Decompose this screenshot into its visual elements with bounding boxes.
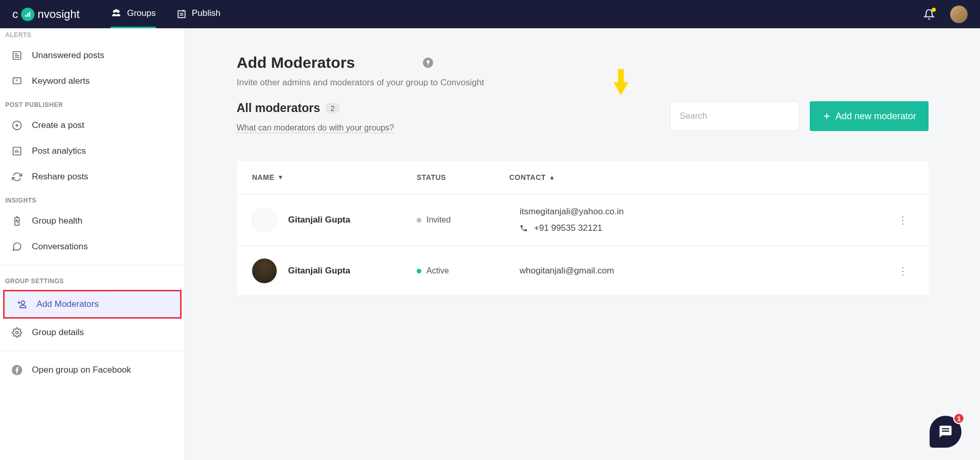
table-row: Gitanjali Gupta Active whogitanjali@gmai… bbox=[237, 246, 929, 296]
annotation-highlight: Add Moderators bbox=[3, 290, 182, 319]
plus-circle-icon bbox=[11, 120, 23, 131]
battery-icon bbox=[11, 215, 23, 227]
svg-rect-2 bbox=[29, 12, 30, 16]
refresh-icon bbox=[11, 171, 23, 182]
svg-rect-1 bbox=[27, 13, 28, 16]
sidebar-item-label: Unanswered posts bbox=[32, 50, 104, 61]
add-button-label: Add new moderator bbox=[835, 111, 916, 122]
section-insights: INSIGHTS bbox=[0, 190, 185, 208]
svg-point-5 bbox=[115, 9, 118, 12]
gear-icon bbox=[11, 327, 23, 338]
nav-right bbox=[923, 6, 968, 23]
sidebar-unanswered-posts[interactable]: Unanswered posts bbox=[0, 43, 185, 68]
moderator-name: Gitanjali Gupta bbox=[288, 215, 350, 225]
sidebar-item-label: Group details bbox=[32, 327, 84, 338]
svg-rect-0 bbox=[25, 15, 26, 17]
section-alerts: ALERTS bbox=[0, 28, 185, 43]
row-actions-button[interactable]: ⋮ bbox=[893, 265, 913, 277]
sidebar-item-label: Post analytics bbox=[32, 146, 86, 156]
sidebar-group-details[interactable]: Group details bbox=[0, 320, 185, 345]
sidebar-item-label: Reshare posts bbox=[32, 172, 88, 182]
sidebar-item-label: Open group on Facebook bbox=[32, 365, 131, 375]
nav-publish-label: Publish bbox=[192, 8, 221, 19]
alert-icon bbox=[11, 76, 23, 87]
table-header: NAME▼ STATUS CONTACT▲ bbox=[237, 161, 929, 194]
nav-groups-label: Groups bbox=[127, 8, 156, 19]
status-text: Active bbox=[426, 266, 449, 275]
notification-dot bbox=[932, 8, 936, 12]
row-actions-button[interactable]: ⋮ bbox=[893, 214, 913, 226]
person-add-icon bbox=[16, 299, 27, 310]
sidebar-add-moderators[interactable]: Add Moderators bbox=[5, 291, 180, 317]
svg-point-13 bbox=[16, 332, 19, 334]
sort-desc-icon: ▼ bbox=[277, 174, 283, 181]
publish-icon bbox=[176, 8, 187, 19]
logo[interactable]: c nvosight bbox=[12, 8, 80, 21]
col-status[interactable]: STATUS bbox=[417, 173, 509, 181]
help-icon[interactable] bbox=[422, 57, 434, 69]
search-input[interactable] bbox=[670, 101, 799, 131]
chat-button[interactable]: 1 bbox=[930, 416, 961, 448]
sidebar-item-label: Add Moderators bbox=[37, 299, 99, 309]
nav-publish[interactable]: Publish bbox=[176, 0, 221, 28]
logo-icon bbox=[21, 8, 34, 21]
table-row: Gitanjali Gupta Invited itsmegitanjali@y… bbox=[237, 194, 929, 246]
section-publisher: POST PUBLISHER bbox=[0, 94, 185, 113]
chat-badge: 1 bbox=[953, 413, 965, 424]
sidebar-create-post[interactable]: Create a post bbox=[0, 113, 185, 138]
add-moderator-button[interactable]: Add new moderator bbox=[810, 101, 929, 131]
hint-link[interactable]: What can moderators do with your groups? bbox=[237, 123, 394, 133]
sidebar-keyword-alerts[interactable]: Keyword alerts bbox=[0, 68, 185, 94]
notifications-button[interactable] bbox=[923, 9, 935, 20]
page-title: Add Moderators bbox=[237, 54, 355, 71]
status-dot bbox=[417, 269, 421, 273]
sidebar-reshare-posts[interactable]: Reshare posts bbox=[0, 164, 185, 190]
svg-rect-6 bbox=[178, 11, 185, 17]
sidebar-item-label: Conversations bbox=[32, 242, 88, 252]
sidebar-group-health[interactable]: Group health bbox=[0, 208, 185, 234]
sidebar-conversations[interactable]: Conversations bbox=[0, 234, 185, 260]
sort-asc-icon: ▲ bbox=[549, 174, 555, 181]
moderator-avatar bbox=[252, 259, 277, 283]
page-subtitle: Invite other admins and moderators of yo… bbox=[237, 78, 929, 88]
sidebar: ALERTS Unanswered posts Keyword alerts P… bbox=[0, 28, 185, 460]
logo-text-post: nvosight bbox=[38, 8, 80, 21]
user-avatar[interactable] bbox=[950, 6, 968, 23]
svg-rect-11 bbox=[15, 217, 19, 225]
logo-text-pre: c bbox=[12, 8, 18, 21]
moderator-phone: +91 99535 32121 bbox=[534, 223, 602, 233]
status-text: Invited bbox=[426, 215, 451, 225]
annotation-arrow-icon bbox=[612, 68, 630, 96]
moderator-email: whogitanjali@gmail.com bbox=[520, 266, 614, 276]
groups-icon bbox=[111, 8, 122, 19]
moderators-table: NAME▼ STATUS CONTACT▲ Gitanjali Gupta In… bbox=[237, 161, 929, 296]
moderator-name: Gitanjali Gupta bbox=[288, 266, 350, 276]
facebook-icon bbox=[11, 364, 23, 376]
nav-items: Groups Publish bbox=[111, 0, 221, 28]
svg-point-12 bbox=[21, 301, 25, 304]
top-nav: c nvosight Groups Publish bbox=[0, 0, 980, 28]
section-group-settings: GROUP SETTINGS bbox=[0, 270, 185, 289]
col-contact[interactable]: CONTACT▲ bbox=[509, 173, 913, 181]
moderator-avatar bbox=[252, 208, 277, 232]
sidebar-item-label: Keyword alerts bbox=[32, 76, 90, 86]
sidebar-item-label: Group health bbox=[32, 216, 82, 226]
chat-bubble-icon bbox=[938, 425, 953, 439]
all-moderators-heading: All moderators bbox=[237, 101, 320, 115]
col-name[interactable]: NAME▼ bbox=[252, 173, 417, 181]
moderator-count-badge: 2 bbox=[325, 103, 340, 114]
sidebar-item-label: Create a post bbox=[32, 120, 84, 131]
moderator-email: itsmegitanjali@yahoo.co.in bbox=[520, 207, 623, 217]
nav-groups[interactable]: Groups bbox=[111, 0, 156, 28]
sidebar-open-facebook[interactable]: Open group on Facebook bbox=[0, 356, 185, 384]
plus-icon bbox=[822, 112, 831, 121]
chat-icon bbox=[11, 241, 23, 252]
list-icon bbox=[11, 50, 23, 61]
phone-icon bbox=[520, 224, 528, 232]
main-content: Add Moderators Invite other admins and m… bbox=[185, 28, 980, 460]
sidebar-post-analytics[interactable]: Post analytics bbox=[0, 138, 185, 164]
status-dot bbox=[417, 218, 421, 223]
chart-icon bbox=[11, 145, 23, 157]
